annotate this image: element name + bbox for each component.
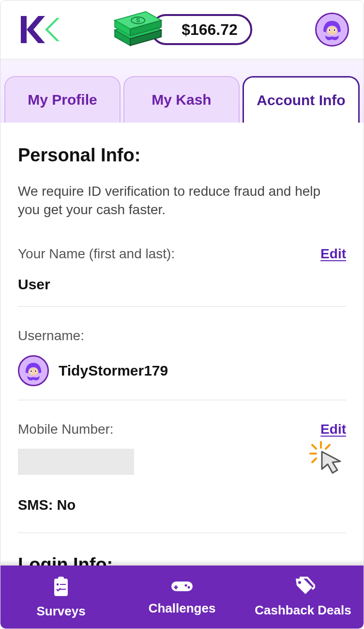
tags-icon bbox=[291, 577, 315, 598]
gamepad-icon bbox=[170, 579, 194, 596]
svg-rect-23 bbox=[60, 589, 66, 590]
svg-line-18 bbox=[312, 458, 316, 462]
username-avatar-icon bbox=[18, 355, 49, 386]
balance-display[interactable]: S $166.72 bbox=[112, 7, 252, 52]
personal-info-title: Personal Info: bbox=[18, 145, 346, 166]
svg-rect-26 bbox=[174, 586, 178, 588]
svg-text:S: S bbox=[136, 17, 140, 24]
nav-challenges[interactable]: Challenges bbox=[121, 566, 243, 629]
clipboard-icon bbox=[51, 576, 71, 599]
name-label: Your Name (first and last): bbox=[18, 246, 175, 262]
mobile-value-redacted bbox=[18, 449, 134, 475]
app-logo[interactable] bbox=[15, 12, 62, 47]
click-cursor-icon bbox=[307, 439, 351, 485]
nav-surveys-label: Surveys bbox=[36, 604, 85, 619]
nav-cashback-label: Cashback Deals bbox=[255, 603, 351, 618]
bottom-nav: Surveys Challenges Cashback Deals bbox=[0, 566, 364, 629]
svg-point-11 bbox=[30, 370, 32, 372]
account-info-content: Personal Info: We require ID verificatio… bbox=[0, 123, 364, 601]
svg-rect-22 bbox=[60, 584, 66, 585]
edit-name-button[interactable]: Edit bbox=[320, 246, 346, 262]
app-header: S $166.72 bbox=[0, 0, 364, 60]
svg-point-13 bbox=[35, 370, 36, 372]
edit-mobile-button[interactable]: Edit bbox=[320, 422, 346, 437]
svg-point-29 bbox=[298, 581, 301, 584]
mobile-label: Mobile Number: bbox=[18, 422, 114, 437]
balance-value: $166.72 bbox=[151, 14, 252, 45]
name-field: Your Name (first and last): Edit User bbox=[18, 246, 346, 307]
personal-info-desc: We require ID verification to reduce fra… bbox=[18, 182, 346, 219]
profile-tabs: My Profile My Kash Account Info bbox=[0, 60, 364, 123]
tab-my-kash[interactable]: My Kash bbox=[123, 76, 240, 123]
tab-my-profile[interactable]: My Profile bbox=[4, 76, 121, 123]
svg-point-28 bbox=[188, 586, 190, 588]
svg-rect-21 bbox=[57, 583, 59, 585]
cash-stack-icon: S bbox=[112, 7, 165, 52]
user-avatar[interactable] bbox=[315, 13, 349, 47]
name-value: User bbox=[18, 276, 346, 293]
sms-value: SMS: No bbox=[18, 497, 346, 513]
username-field: Username: TidyStormer179 bbox=[18, 328, 346, 400]
nav-surveys[interactable]: Surveys bbox=[0, 566, 121, 629]
username-label: Username: bbox=[18, 328, 346, 344]
username-value: TidyStormer179 bbox=[59, 362, 168, 379]
svg-rect-20 bbox=[58, 577, 64, 581]
tab-account-info[interactable]: Account Info bbox=[243, 76, 360, 123]
svg-point-5 bbox=[329, 30, 331, 31]
svg-line-16 bbox=[326, 445, 330, 449]
nav-challenges-label: Challenges bbox=[149, 601, 216, 616]
svg-point-7 bbox=[334, 30, 335, 31]
mobile-field: Mobile Number: Edit SMS: No bbox=[18, 422, 346, 533]
svg-line-15 bbox=[312, 445, 316, 449]
svg-point-27 bbox=[185, 584, 187, 586]
nav-cashback[interactable]: Cashback Deals bbox=[243, 566, 364, 629]
svg-rect-19 bbox=[54, 579, 68, 596]
